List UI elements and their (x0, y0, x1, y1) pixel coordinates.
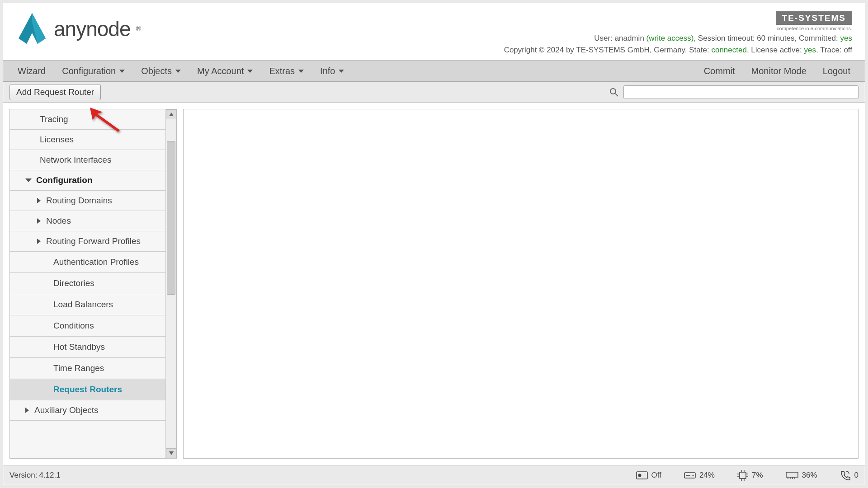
sidebar-section-configuration[interactable]: Configuration (10, 170, 165, 191)
sidebar-item-routing-forward-profiles[interactable]: Routing Forward Profiles (10, 231, 165, 252)
status-recording: Off (636, 471, 661, 480)
sidebar-item-directories[interactable]: Directories (10, 273, 165, 294)
chevron-right-icon (37, 239, 41, 244)
status-calls: 0 (840, 470, 859, 481)
sidebar-item-time-ranges[interactable]: Time Ranges (10, 358, 165, 379)
chevron-right-icon (37, 198, 41, 203)
sidebar-item-authentication-profiles[interactable]: Authentication Profiles (10, 252, 165, 273)
toolbar: Add Request Router (3, 82, 865, 103)
status-disk: 24% (684, 471, 715, 480)
chevron-down-icon (339, 70, 344, 73)
add-request-router-button[interactable]: Add Request Router (9, 84, 101, 100)
statusbar: Version: 4.12.1 Off 24% 7% 36% 0 (3, 465, 865, 485)
company-logo: TE-SYSTEMS competence in e-communication… (504, 11, 852, 31)
svg-rect-7 (740, 472, 746, 479)
menu-configuration[interactable]: Configuration (54, 62, 133, 80)
menu-info[interactable]: Info (312, 62, 352, 80)
phone-icon (840, 470, 851, 481)
menu-extras[interactable]: Extras (261, 62, 312, 80)
menu-wizard[interactable]: Wizard (9, 62, 54, 80)
status-memory: 36% (786, 471, 817, 480)
menu-objects[interactable]: Objects (133, 62, 189, 80)
search-icon (609, 87, 619, 97)
sidebar-item-routing-domains[interactable]: Routing Domains (10, 191, 165, 211)
status-cpu: 7% (737, 470, 763, 481)
svg-point-3 (638, 474, 641, 477)
svg-point-5 (692, 474, 693, 476)
disk-icon (684, 471, 696, 479)
chevron-down-icon (119, 70, 125, 73)
chevron-right-icon (25, 408, 29, 413)
chevron-down-icon (25, 178, 32, 182)
scroll-thumb[interactable] (167, 141, 175, 295)
chevron-down-icon (298, 70, 304, 73)
svg-rect-16 (786, 472, 798, 477)
version-label: Version: (9, 471, 37, 480)
chevron-right-icon (37, 218, 41, 224)
sidebar-item-request-routers[interactable]: Request Routers (10, 379, 165, 400)
system-status-line: Copyright © 2024 by TE-SYSTEMS GmbH, Ger… (504, 46, 852, 55)
search-input[interactable] (623, 85, 859, 99)
main-menubar: Wizard Configuration Objects My Account … (3, 60, 865, 82)
sidebar-item-licenses[interactable]: Licenses (10, 130, 165, 150)
scroll-down-button[interactable] (166, 448, 176, 458)
chevron-down-icon (247, 70, 253, 73)
menu-commit[interactable]: Commit (696, 62, 743, 80)
recording-icon (636, 471, 648, 479)
cpu-icon (737, 470, 748, 481)
sidebar-item-network-interfaces[interactable]: Network Interfaces (10, 150, 165, 170)
menu-myaccount[interactable]: My Account (189, 62, 261, 80)
anynode-logo-icon (16, 11, 48, 47)
content-panel (183, 109, 859, 459)
registered-mark: ® (136, 25, 142, 33)
sidebar-item-load-balancers[interactable]: Load Balancers (10, 294, 165, 315)
brand-logo: anynode ® (16, 11, 141, 47)
sidebar: Tracing Licenses Network Interfaces Conf… (9, 109, 177, 459)
memory-icon (786, 471, 798, 479)
scroll-up-button[interactable] (166, 109, 176, 119)
sidebar-scrollbar[interactable] (165, 109, 176, 458)
user-status-line: User: anadmin (write access), Session ti… (504, 34, 852, 43)
sidebar-item-nodes[interactable]: Nodes (10, 211, 165, 231)
sidebar-item-hot-standbys[interactable]: Hot Standbys (10, 337, 165, 358)
sidebar-item-auxiliary-objects[interactable]: Auxiliary Objects (10, 400, 165, 421)
sidebar-item-tracing[interactable]: Tracing (10, 109, 165, 130)
brand-name: anynode (54, 17, 131, 41)
version-value: 4.12.1 (39, 471, 60, 480)
sidebar-item-conditions[interactable]: Conditions (10, 315, 165, 337)
svg-line-1 (615, 94, 618, 96)
chevron-down-icon (175, 70, 181, 73)
menu-logout[interactable]: Logout (815, 62, 859, 80)
menu-monitor[interactable]: Monitor Mode (743, 62, 815, 80)
svg-point-0 (610, 89, 616, 94)
